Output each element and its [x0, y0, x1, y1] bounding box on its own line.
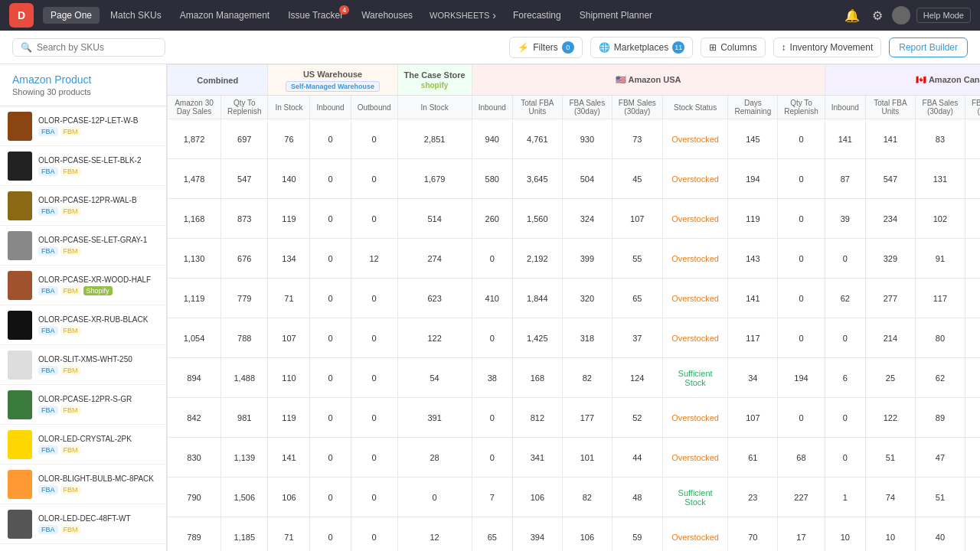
product-tag: FBM — [60, 207, 81, 216]
table-cell: 66 — [965, 119, 980, 159]
product-row[interactable]: OLOR-PCASE-12PR-S-GRFBAFBM — [0, 385, 166, 425]
table-cell: 2,851 — [397, 119, 472, 159]
table-cell: 391 — [397, 398, 472, 438]
settings-gear-icon[interactable]: ⚙ — [869, 5, 886, 26]
ca-flag-icon: 🇨🇦 — [916, 75, 926, 84]
table-cell: 52 — [965, 318, 980, 358]
table-cell: 71 — [268, 517, 310, 552]
table-cell: 61 — [728, 438, 778, 478]
table-cell: 82 — [562, 358, 612, 398]
table-cell: 1,119 — [168, 279, 221, 318]
globe-icon: 🌐 — [599, 42, 610, 53]
table-cell: 0 — [310, 398, 351, 438]
table-cell: 0 — [965, 239, 980, 279]
table-cell: 131 — [915, 159, 965, 199]
report-builder-button[interactable]: Report Builder — [889, 37, 968, 57]
table-cell: 260 — [472, 199, 512, 239]
table-cell: 981 — [221, 398, 268, 438]
product-row[interactable]: OLOR-PCASE-XR-RUB-BLACKFBAFBM — [0, 305, 166, 345]
table-cell: 194 — [778, 358, 825, 398]
table-cell: 107 — [728, 398, 778, 438]
table-row: 1,13067613401227402,19239955Overstocked1… — [168, 239, 981, 279]
table-cell: 119 — [268, 199, 310, 239]
table-cell: 1,425 — [512, 318, 562, 358]
table-cell: 62 — [825, 279, 865, 318]
product-name: OLOR-PCASE-12PR-WAL-B — [38, 196, 158, 204]
search-input[interactable] — [37, 42, 157, 53]
nav-item-forecasting[interactable]: Forecasting — [505, 7, 569, 24]
table-body: 1,87269776002,8519404,76193073Overstocke… — [168, 119, 981, 552]
table-cell: 51 — [915, 478, 965, 517]
table-cell: 940 — [472, 119, 512, 159]
table-cell: 6 — [825, 358, 865, 398]
table-cell: 102 — [915, 199, 965, 239]
notification-bell-icon[interactable]: 🔔 — [841, 5, 863, 26]
table-row: 84298111900391081217752Overstocked107001… — [168, 398, 981, 438]
col-usa-fbasales: FBA Sales(30day) — [562, 96, 612, 119]
top-navigation: D Page One Match SKUs Amazon Management … — [0, 0, 980, 31]
product-row[interactable]: OLOR-LED-CRYSTAL-2PKFBAFBM — [0, 425, 166, 465]
product-row[interactable]: OLOR-PCASE-SE-LET-BLK-2FBAFBM — [0, 146, 166, 186]
table-cell: 56 — [965, 398, 980, 438]
toolbar: 🔍 ⚡ Filters 0 🌐 Marketplaces 11 ⊞ Column… — [0, 31, 980, 64]
product-name: OLOR-PCASE-XR-RUB-BLACK — [38, 315, 158, 324]
nav-item-issue-tracker[interactable]: Issue Tracker 4 — [280, 7, 351, 24]
columns-button[interactable]: ⊞ Columns — [701, 37, 765, 57]
table-cell: 87 — [825, 159, 865, 199]
product-name: OLOR-BLIGHT-BULB-MC-8PACK — [38, 474, 158, 483]
table-cell: 40 — [915, 517, 965, 552]
product-name: OLOR-PCASE-12P-LET-W-B — [38, 116, 158, 125]
table-cell: 1,168 — [168, 199, 221, 239]
table-cell: Overstocked — [662, 199, 728, 239]
nav-item-worksheets[interactable]: WORKSHEETS › — [423, 6, 502, 24]
table-cell: 143 — [728, 239, 778, 279]
product-thumbnail — [8, 311, 32, 340]
table-cell: 623 — [397, 279, 472, 318]
product-sidebar: Amazon Product Showing 30 products OLOR-… — [0, 64, 167, 551]
product-thumbnail — [8, 112, 32, 141]
app-logo[interactable]: D — [9, 3, 34, 28]
table-cell: 399 — [562, 239, 612, 279]
table-cell: 0 — [310, 239, 351, 279]
table-row: 8941,48811000543816882124Sufficient Stoc… — [168, 358, 981, 398]
nav-item-warehouses[interactable]: Warehouses — [354, 7, 420, 24]
inventory-movement-button[interactable]: ↕ Inventory Movement — [773, 37, 882, 57]
product-row[interactable]: OLOR-LED-DEC-48FT-WTFBAFBM — [0, 504, 166, 544]
product-row[interactable]: OLOR-PCASE-12PR-WAL-BFBAFBM — [0, 186, 166, 226]
product-row[interactable]: OLOR-PCASE-12P-LET-W-BFBAFBM — [0, 106, 166, 146]
nav-item-amazon-management[interactable]: Amazon Management — [172, 7, 277, 24]
product-thumbnail — [8, 430, 32, 459]
table-cell: 0 — [351, 159, 397, 199]
table-cell: 0 — [472, 398, 512, 438]
table-cell: 122 — [865, 398, 915, 438]
product-row[interactable]: OLOR-SLIT-XMS-WHT-250FBAFBM — [0, 345, 166, 385]
product-row[interactable]: OLOR-PCASE-SE-LET-GRAY-1FBAFBM — [0, 226, 166, 266]
product-sidebar-subtitle: Showing 30 products — [12, 87, 154, 96]
nav-item-page-one[interactable]: Page One — [43, 7, 100, 24]
search-box[interactable]: 🔍 — [12, 38, 165, 57]
product-tag: FBA — [38, 525, 58, 534]
table-cell: 51 — [965, 517, 980, 552]
table-cell: 0 — [778, 239, 825, 279]
table-cell: 4,761 — [512, 119, 562, 159]
table-cell: 50 — [965, 478, 980, 517]
filters-button[interactable]: ⚡ Filters 0 — [509, 37, 583, 58]
product-thumbnail — [8, 231, 32, 260]
table-cell: 1,506 — [221, 478, 268, 517]
table-row: 1,11977971006234101,84432065Overstocked1… — [168, 279, 981, 318]
marketplaces-button[interactable]: 🌐 Marketplaces 11 — [590, 37, 693, 58]
search-icon: 🔍 — [21, 42, 32, 53]
product-row[interactable]: OLOR-BLIGHT-BULB-MC-8PACKFBAFBM — [0, 465, 166, 504]
help-mode-button[interactable]: Help Mode — [916, 8, 971, 23]
product-tag: FBM — [60, 326, 81, 335]
nav-item-match-skus[interactable]: Match SKUs — [103, 7, 169, 24]
product-row[interactable]: OLOR-PCASE-XR-WOOD-HALFFBAFBMShopify — [0, 266, 166, 305]
nav-item-shipment-planner[interactable]: Shipment Planner — [572, 7, 660, 24]
table-cell: 0 — [310, 119, 351, 159]
user-avatar — [892, 6, 910, 24]
table-cell: 119 — [268, 398, 310, 438]
table-cell: 779 — [221, 279, 268, 318]
amazon-canada-header: 🇨🇦 Amazon Canada — [825, 65, 980, 96]
table-cell: Overstocked — [662, 438, 728, 478]
table-cell: 34 — [728, 358, 778, 398]
